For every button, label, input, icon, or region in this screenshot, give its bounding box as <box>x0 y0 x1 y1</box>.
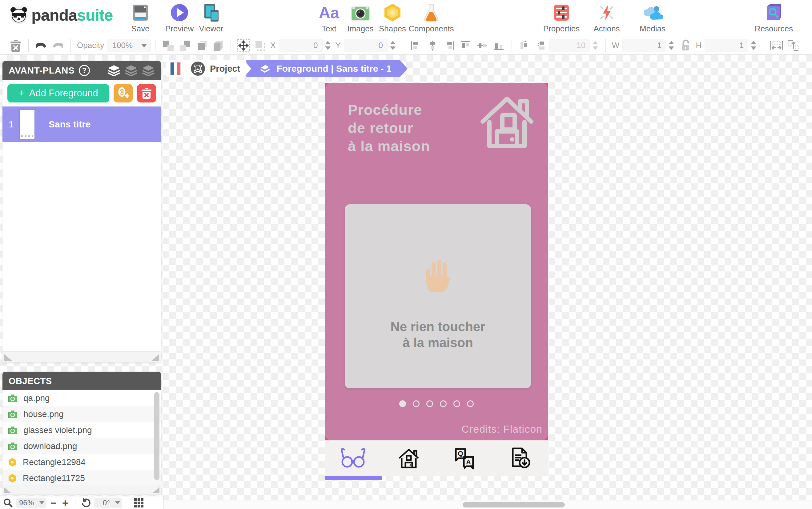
tab-glasses[interactable] <box>325 440 381 476</box>
undo-button[interactable] <box>34 38 48 53</box>
redo-button[interactable] <box>51 38 65 53</box>
align-bottom-button[interactable] <box>492 38 506 53</box>
credits-text[interactable]: Credits: Flaticon <box>462 423 542 435</box>
height-stepper[interactable] <box>751 41 756 50</box>
distribute-v-button[interactable] <box>534 38 548 53</box>
pandasuite-editor: pandasuite Save Preview Viewer Aa Text <box>0 0 812 509</box>
viewer-button[interactable]: Viewer <box>188 2 234 34</box>
align-right-button[interactable] <box>442 38 456 53</box>
breadcrumb-foreground[interactable]: Foreground | Sans titre - 1 <box>246 60 407 77</box>
pager-dot[interactable] <box>467 400 474 407</box>
spacing-stepper[interactable] <box>593 41 598 50</box>
stretch-height-button[interactable] <box>786 38 800 53</box>
shape-icon <box>8 457 16 467</box>
opacity-dropdown[interactable]: 100% <box>107 39 151 52</box>
stretch-width-button[interactable] <box>770 38 784 53</box>
object-row[interactable]: house.png <box>2 406 161 422</box>
resize-handle[interactable] <box>152 487 160 493</box>
object-row[interactable]: Rectangle12984 <box>2 454 161 470</box>
resize-tool-button[interactable] <box>253 38 267 53</box>
actions-button[interactable]: Actions <box>584 2 630 34</box>
medias-icon <box>630 2 676 23</box>
x-input[interactable]: 0 <box>279 39 323 52</box>
reset-rotation-icon[interactable] <box>81 498 91 508</box>
house-outline-icon[interactable] <box>478 91 536 151</box>
y-stepper[interactable] <box>390 41 396 50</box>
breadcrumb-project[interactable]: Project <box>166 60 251 77</box>
help-icon[interactable]: ? <box>79 65 90 76</box>
resources-button[interactable]: Resources <box>751 2 797 34</box>
link-foreground-button[interactable] <box>113 84 133 102</box>
tab-download-doc[interactable] <box>492 440 548 476</box>
page-title[interactable]: Procédure de retour à la maison <box>348 101 430 155</box>
zoom-in-button[interactable]: + <box>61 498 70 508</box>
align-top-button[interactable] <box>459 38 473 53</box>
delete-selection-button[interactable] <box>9 38 23 53</box>
tab-home[interactable] <box>381 440 437 476</box>
layers-view-active-icon[interactable] <box>107 65 121 76</box>
canvas-rotation-dropdown[interactable]: 0° <box>94 498 122 508</box>
page-dots[interactable] <box>325 400 548 407</box>
foreground-item-selected[interactable]: 1 Sans titre <box>2 106 161 142</box>
height-input[interactable]: 1 <box>705 39 748 52</box>
y-input[interactable]: 0 <box>344 39 387 52</box>
objects-panel: OBJECTS qa.png house.png glasses violet.… <box>2 372 161 495</box>
height-label: H <box>696 41 702 50</box>
grid-toggle-icon[interactable] <box>134 498 144 508</box>
width-input[interactable]: 1 <box>622 39 666 52</box>
x-stepper[interactable] <box>325 41 331 50</box>
horizontal-scrollbar[interactable] <box>164 500 812 509</box>
object-row[interactable]: glasses violet.png <box>2 422 161 438</box>
delete-foreground-button[interactable] <box>137 84 156 102</box>
lock-ratio-icon[interactable] <box>678 38 692 53</box>
content-card[interactable]: Ne rien toucher à la maison <box>345 204 531 388</box>
spacing-input[interactable]: 10 <box>549 39 590 52</box>
hand-stop-icon[interactable] <box>426 259 451 294</box>
move-tool-button[interactable] <box>236 38 250 53</box>
object-row[interactable]: qa.png <box>2 390 161 406</box>
resize-handle[interactable] <box>151 354 159 361</box>
zoom-out-button[interactable]: − <box>49 498 58 508</box>
align-center-h-button[interactable] <box>426 38 440 53</box>
distribute-h-button[interactable] <box>517 38 532 53</box>
layers-icon <box>259 63 271 74</box>
pager-dot[interactable] <box>413 400 419 407</box>
horizontal-scrollbar-thumb[interactable] <box>463 502 565 507</box>
foregrounds-actions: + Add Foreground <box>2 80 161 106</box>
width-stepper[interactable] <box>669 41 674 50</box>
bring-forward-button[interactable] <box>161 38 175 53</box>
pager-dot[interactable] <box>426 400 433 407</box>
object-row[interactable]: Rectangle11725 <box>2 470 161 486</box>
language-flag-icon[interactable] <box>170 62 181 75</box>
pager-dot[interactable] <box>440 400 447 407</box>
app-logo[interactable]: pandasuite <box>9 5 113 25</box>
x-label: X <box>270 41 275 50</box>
send-to-back-button[interactable] <box>211 38 225 53</box>
panel-resize-footer[interactable] <box>2 485 161 495</box>
medias-button[interactable]: Medias <box>630 2 676 34</box>
zoom-level-dropdown[interactable]: 96% <box>16 498 46 508</box>
chevron-down-icon <box>137 39 150 52</box>
resources-icon <box>751 2 797 23</box>
resize-handle[interactable] <box>4 487 11 493</box>
panel-resize-footer[interactable] <box>2 351 161 363</box>
tab-qa[interactable]: Q A <box>437 440 492 476</box>
add-foreground-button[interactable]: + Add Foreground <box>7 84 109 102</box>
card-message[interactable]: Ne rien toucher à la maison <box>345 319 531 351</box>
pager-dot[interactable] <box>399 400 406 407</box>
align-left-button[interactable] <box>409 38 423 53</box>
insert-components-button[interactable]: Components <box>408 2 454 34</box>
layers-view-icon[interactable] <box>125 65 138 76</box>
divider <box>403 39 403 52</box>
send-backward-button[interactable] <box>178 38 192 53</box>
bring-to-front-button[interactable] <box>194 38 208 53</box>
objects-scrollbar[interactable] <box>154 392 160 480</box>
align-middle-v-button[interactable] <box>475 38 489 53</box>
resize-handle[interactable] <box>4 354 12 361</box>
object-row[interactable]: download.png <box>2 438 161 454</box>
pager-dot[interactable] <box>453 400 460 407</box>
panda-logo-icon <box>9 5 28 25</box>
partial-toolbar-item[interactable]: S <box>799 2 812 34</box>
properties-button[interactable]: Properties <box>538 2 584 34</box>
layers-view-icon[interactable] <box>142 65 155 76</box>
